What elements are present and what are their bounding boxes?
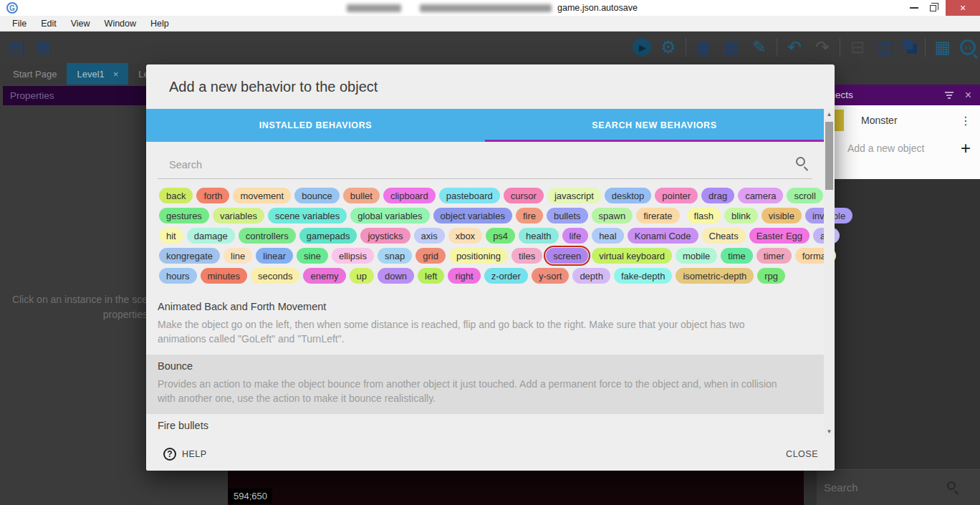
- help-button[interactable]: ? HELP: [163, 448, 207, 461]
- behavior-tag-chip[interactable]: time: [721, 248, 753, 264]
- behavior-tag-chip[interactable]: scroll: [787, 188, 822, 203]
- layers-editor-icon[interactable]: [903, 39, 913, 49]
- behavior-tag-chip[interactable]: flash: [687, 208, 721, 223]
- behavior-tag-chip[interactable]: movement: [233, 188, 291, 203]
- close-dialog-button[interactable]: CLOSE: [786, 449, 818, 459]
- behavior-tag-chip[interactable]: life: [562, 228, 589, 244]
- behavior-tag-chip[interactable]: damage: [187, 228, 235, 244]
- scene-properties-icon[interactable]: ✎: [749, 37, 770, 58]
- behavior-tag-chip[interactable]: hit: [159, 228, 183, 244]
- behavior-tag-chip[interactable]: Cheats: [702, 228, 746, 244]
- plus-icon[interactable]: +: [961, 138, 971, 158]
- behavior-tag-chip[interactable]: rpg: [757, 268, 785, 284]
- behavior-tag-chip[interactable]: line: [224, 248, 252, 264]
- behavior-list-item[interactable]: Animated Back and Forth Movement Make th…: [146, 295, 824, 355]
- behavior-tag-chip[interactable]: fake-depth: [614, 268, 672, 284]
- start-page-icon[interactable]: ▦: [33, 36, 54, 57]
- dialog-scrollbar[interactable]: ▲ ▼: [824, 109, 835, 437]
- objects-search-bar[interactable]: Search: [817, 469, 980, 505]
- behavior-list-item[interactable]: Bounce Provides an action to make the ob…: [146, 355, 824, 414]
- behavior-tag-chip[interactable]: tiles: [511, 248, 542, 264]
- behavior-tag-chip[interactable]: enemy: [303, 268, 345, 284]
- behavior-tag-chip[interactable]: visible: [762, 208, 802, 223]
- behavior-tag-chip[interactable]: clipboard: [383, 188, 436, 203]
- behavior-tag-chip[interactable]: minutes: [201, 268, 248, 284]
- debug-icon[interactable]: ⚙: [658, 37, 679, 58]
- behavior-tag-chip[interactable]: screen: [546, 248, 588, 264]
- behavior-tag-chip[interactable]: up: [350, 268, 374, 284]
- behavior-list-item[interactable]: Fire bullets Allow the object to fire bu…: [146, 414, 824, 437]
- behavior-tag-chip[interactable]: pasteboard: [439, 188, 500, 203]
- restore-button[interactable]: [930, 5, 936, 11]
- behavior-tag-chip[interactable]: left: [418, 268, 444, 284]
- behavior-tag-chip[interactable]: hours: [159, 268, 197, 284]
- close-window-button[interactable]: ×: [946, 0, 980, 16]
- behavior-tag-chip[interactable]: heal: [592, 228, 624, 244]
- behavior-tag-chip[interactable]: desktop: [605, 188, 652, 203]
- behavior-tag-chip[interactable]: isometric-depth: [676, 268, 754, 284]
- behavior-tag-chip[interactable]: bullet: [343, 188, 380, 203]
- behavior-tag-chip[interactable]: y-sort: [532, 268, 570, 284]
- project-manager-icon[interactable]: ▤: [6, 36, 27, 57]
- tab-search-new-behaviors[interactable]: SEARCH NEW BEHAVIORS: [485, 109, 824, 142]
- behavior-tag-chip[interactable]: firerate: [636, 208, 679, 223]
- behavior-tag-chip[interactable]: linear: [256, 248, 293, 264]
- behavior-tag-chip[interactable]: Konami Code: [628, 228, 698, 244]
- behavior-tag-chip[interactable]: Easter Egg: [749, 228, 810, 244]
- kebab-menu-icon[interactable]: ⋮: [960, 114, 971, 128]
- behavior-tag-chip[interactable]: right: [448, 268, 480, 284]
- behavior-tag-chip[interactable]: down: [378, 268, 414, 284]
- preview-play-icon[interactable]: ▶: [633, 38, 651, 57]
- behavior-tag-chip[interactable]: gestures: [159, 208, 209, 223]
- behavior-tag-chip[interactable]: xbox: [448, 228, 482, 244]
- zoom-1-1-icon[interactable]: 1:1: [960, 39, 976, 55]
- scroll-down-icon[interactable]: ▼: [824, 428, 835, 435]
- behavior-tag-chip[interactable]: drag: [701, 188, 734, 203]
- behavior-tag-chip[interactable]: javascript: [547, 188, 601, 203]
- behavior-tag-chip[interactable]: axis: [414, 228, 445, 244]
- behavior-tag-chip[interactable]: depth: [572, 268, 610, 284]
- behavior-tag-chip[interactable]: timer: [756, 248, 792, 264]
- behavior-tag-chip[interactable]: controllers: [239, 228, 296, 244]
- behavior-tag-chip[interactable]: back: [159, 188, 193, 203]
- grid-icon[interactable]: ▦: [932, 37, 953, 58]
- scrollbar-thumb[interactable]: [825, 122, 833, 190]
- behavior-tag-chip[interactable]: camera: [738, 188, 783, 203]
- close-panel-icon[interactable]: ×: [965, 89, 971, 102]
- instances-list-icon[interactable]: ▤: [875, 37, 896, 58]
- undo-icon[interactable]: ↶: [784, 37, 805, 58]
- add-object-row[interactable]: Add a new object +: [817, 135, 980, 161]
- behavior-tag-chip[interactable]: ellipsis: [332, 248, 374, 264]
- menu-item[interactable]: File: [5, 19, 34, 29]
- behavior-tag-chip[interactable]: pointer: [655, 188, 698, 203]
- object-list-item[interactable]: Monster ⋮: [817, 105, 980, 135]
- behavior-tag-chip[interactable]: ps4: [486, 228, 515, 244]
- behavior-tag-chip[interactable]: seconds: [251, 268, 299, 284]
- behavior-tag-chip[interactable]: object variables: [433, 208, 512, 223]
- behavior-tag-chip[interactable]: snap: [378, 248, 412, 264]
- behavior-tag-chip[interactable]: variables: [213, 208, 264, 223]
- menu-item[interactable]: Help: [143, 19, 176, 29]
- menu-item[interactable]: Edit: [34, 19, 64, 29]
- mask-icon[interactable]: ⊟: [847, 37, 868, 58]
- behavior-search-field[interactable]: Search: [158, 150, 812, 179]
- redo-icon[interactable]: ↷: [812, 37, 833, 58]
- behavior-tag-chip[interactable]: sine: [297, 248, 328, 264]
- filter-icon[interactable]: [945, 92, 953, 99]
- objects-editor-icon[interactable]: ▣: [693, 37, 714, 58]
- behavior-tag-chip[interactable]: grid: [415, 248, 446, 264]
- behavior-tag-chip[interactable]: positioning: [449, 248, 508, 264]
- behavior-tag-chip[interactable]: gamepads: [299, 228, 357, 244]
- behavior-tag-chip[interactable]: fire: [516, 208, 543, 223]
- behavior-tag-chip[interactable]: virtual keyboard: [592, 248, 672, 264]
- behavior-tag-chip[interactable]: bullets: [547, 208, 588, 223]
- behavior-tag-chip[interactable]: mobile: [676, 248, 717, 264]
- behavior-tag-chip[interactable]: bounce: [294, 188, 340, 203]
- object-groups-icon[interactable]: ▩: [721, 37, 742, 58]
- behavior-tag-chip[interactable]: spawn: [592, 208, 633, 223]
- close-tab-icon[interactable]: ×: [113, 69, 119, 80]
- behavior-tag-chip[interactable]: health: [519, 228, 558, 244]
- tab-level1[interactable]: Level1 ×: [67, 63, 128, 85]
- menu-item[interactable]: Window: [97, 19, 143, 29]
- behavior-tag-chip[interactable]: joysticks: [360, 228, 410, 244]
